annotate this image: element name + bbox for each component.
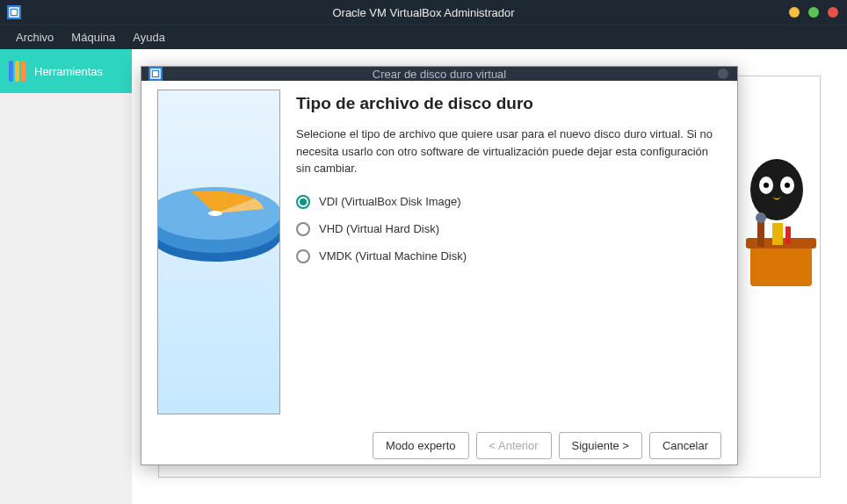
svg-point-18 [208,211,222,216]
app-icon [7,5,21,19]
close-button[interactable] [828,7,838,18]
dialog-description: Selecione el tipo de archivo que quiere … [296,126,721,177]
radio-label: VHD (Virtual Hard Disk) [319,222,439,235]
dialog-body: Tipo de archivo de disco duro Selecione … [141,81,737,423]
radio-icon [296,249,310,263]
menu-file[interactable]: Archivo [7,27,62,47]
dialog-title: Crear de disco duro virtual [373,68,506,81]
dialog-close-button[interactable] [718,68,728,79]
sidebar: Herramientas [0,49,132,504]
svg-rect-14 [153,71,158,76]
back-button[interactable]: < Anterior [476,432,552,459]
file-type-radio-group: VDI (VirtualBox Disk Image) VHD (Virtual… [296,195,721,263]
dialog-icon [148,67,163,81]
expert-mode-button[interactable]: Modo experto [373,432,469,459]
radio-icon [296,195,310,209]
dialog-footer: Modo experto < Anterior Siguiente > Canc… [141,423,737,472]
svg-point-10 [756,212,766,223]
create-disk-dialog: Crear de disco duro virtual Tipo de arch… [141,66,738,465]
radio-label: VMDK (Virtual Machine Disk) [319,249,467,263]
dialog-content: Tipo de archivo de disco duro Selecione … [296,90,721,414]
radio-vmdk[interactable]: VMDK (Virtual Machine Disk) [296,249,721,263]
sidebar-item-label: Herramientas [34,65,103,78]
menu-help[interactable]: Ayuda [124,27,174,47]
dialog-heading: Tipo de archivo de disco duro [296,94,721,113]
dialog-image [157,90,280,414]
svg-rect-1 [11,10,17,15]
minimize-button[interactable] [789,7,800,18]
svg-point-6 [785,183,790,188]
menu-machine[interactable]: Máquina [62,27,124,47]
menubar: Archivo Máquina Ayuda [0,25,847,49]
radio-icon [296,222,310,236]
next-button[interactable]: Siguiente > [559,432,642,459]
svg-rect-12 [785,227,791,244]
mascot-image [724,155,829,313]
window-controls [789,7,838,18]
radio-label: VDI (VirtualBox Disk Image) [319,195,461,208]
svg-point-2 [750,159,803,220]
dialog-titlebar: Crear de disco duro virtual [141,67,737,81]
main-titlebar: Oracle VM VirtualBox Administrador [0,0,847,25]
window-title: Oracle VM VirtualBox Administrador [332,6,514,19]
maximize-button[interactable] [808,7,819,18]
cancel-button[interactable]: Cancelar [649,432,721,459]
svg-rect-9 [757,220,764,247]
tools-icon [9,61,25,82]
svg-rect-7 [750,242,812,286]
svg-rect-11 [772,223,783,245]
radio-vhd[interactable]: VHD (Virtual Hard Disk) [296,222,721,236]
radio-vdi[interactable]: VDI (VirtualBox Disk Image) [296,195,721,209]
sidebar-item-tools[interactable]: Herramientas [0,49,132,93]
svg-point-5 [764,183,769,188]
